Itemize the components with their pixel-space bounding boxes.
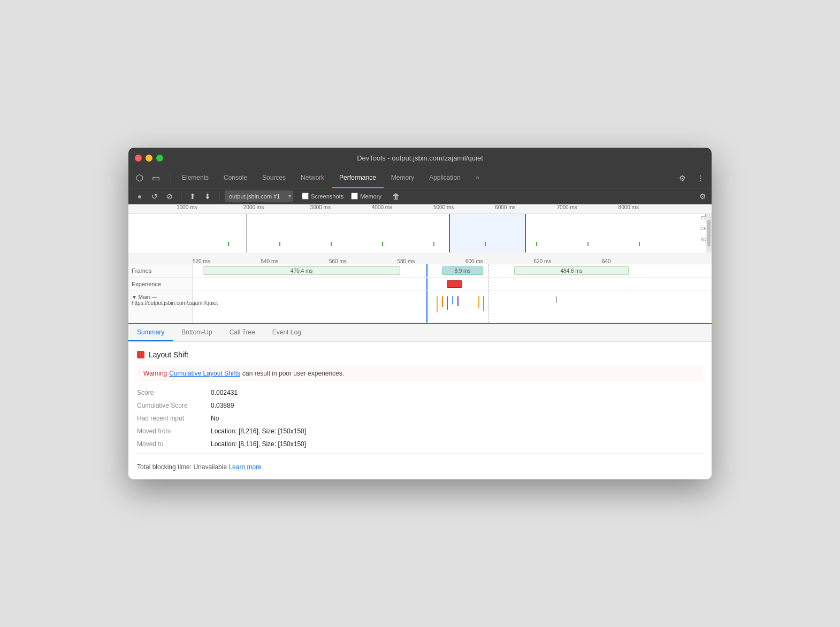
cumulative-label: Cumulative Score	[137, 402, 207, 409]
moved-to-label: Moved to	[137, 440, 207, 448]
frames-dashed-line	[488, 264, 489, 277]
traffic-lights	[135, 155, 163, 162]
frames-selection-line	[426, 264, 427, 277]
clear-button[interactable]: ⊘	[164, 190, 175, 202]
overview-track[interactable]: FPS CPU NET 90	[128, 214, 712, 253]
window-title: DevTools - output.jsbin.com/zajamil/quie…	[357, 154, 483, 162]
url-dropdown-wrapper: output.jsbin.com #1 ▾	[225, 190, 293, 202]
minimize-button[interactable]	[146, 155, 152, 162]
overview-scrollbar[interactable]	[706, 214, 712, 253]
devtools-window: DevTools - output.jsbin.com/zajamil/quie…	[128, 148, 712, 479]
tick-4	[382, 242, 383, 246]
exp-dashed-line	[488, 278, 489, 290]
summary-divider	[137, 453, 703, 454]
device-icon[interactable]: ▭	[149, 171, 163, 185]
record-button[interactable]: ●	[134, 190, 146, 202]
frame-block-2: 8.9 ms	[442, 266, 484, 275]
main-bar-5	[457, 296, 459, 306]
layout-shift-marker[interactable]	[447, 280, 462, 288]
total-blocking-row: Total blocking time: Unavailable Learn m…	[137, 459, 703, 471]
tab-bottom-up[interactable]: Bottom-Up	[173, 324, 220, 341]
experience-track[interactable]	[193, 278, 712, 290]
tab-application[interactable]: Application	[422, 168, 468, 188]
download-button[interactable]: ⬇	[202, 190, 213, 202]
warning-banner: Warning Cumulative Layout Shifts can res…	[137, 365, 703, 381]
reload-record-button[interactable]: ↺	[149, 190, 161, 202]
title-bar: DevTools - output.jsbin.com/zajamil/quie…	[128, 148, 712, 168]
tab-sources[interactable]: Sources	[255, 168, 293, 188]
exp-selection-line	[426, 278, 427, 290]
summary-content: Layout Shift Warning Cumulative Layout S…	[128, 342, 712, 479]
screenshots-checkbox[interactable]	[302, 193, 309, 200]
scrollbar-thumb[interactable]	[707, 220, 711, 247]
bottom-panel: Summary Bottom-Up Call Tree Event Log La…	[128, 324, 712, 479]
main-bar-3	[447, 296, 448, 310]
score-label: Score	[137, 389, 207, 396]
input-value: No	[211, 415, 219, 422]
detail-timeline: 520 ms 540 ms 560 ms 580 ms 600 ms 620 m…	[128, 253, 712, 324]
tab-summary[interactable]: Summary	[128, 324, 173, 341]
frame-block-1: 470.4 ms	[203, 266, 400, 275]
tab-performance[interactable]: Performance	[332, 168, 384, 188]
bottom-tabs: Summary Bottom-Up Call Tree Event Log	[128, 324, 712, 342]
layout-shift-icon	[137, 351, 144, 358]
ruler-mark-6000: 6000 ms	[495, 204, 515, 210]
tab-event-log[interactable]: Event Log	[264, 324, 310, 341]
tab-call-tree[interactable]: Call Tree	[221, 324, 264, 341]
overview-ruler: 1000 ms 2000 ms 3000 ms 4000 ms 5000 ms …	[128, 204, 712, 214]
upload-button[interactable]: ⬆	[187, 190, 198, 202]
warning-label: Warning	[143, 370, 167, 377]
memory-checkbox-label[interactable]: Memory	[351, 193, 381, 200]
capture-settings-icon[interactable]: ⚙	[699, 192, 706, 201]
main-track[interactable]	[193, 291, 712, 323]
detail-mark-520: 520 ms	[193, 258, 210, 264]
more-icon[interactable]: ⋮	[693, 172, 707, 185]
tick-1	[228, 242, 229, 246]
experience-row: Experience	[128, 278, 712, 291]
checkbox-group: Screenshots Memory 🗑	[302, 191, 403, 202]
tab-console[interactable]: Console	[216, 168, 255, 188]
detail-mark-620: 620 ms	[534, 258, 552, 264]
main-row: ▼ Main — https://output.jsbin.com/zajami…	[128, 291, 712, 323]
score-row: Score 0.002431	[137, 389, 703, 396]
settings-icon[interactable]: ⚙	[676, 172, 689, 185]
maximize-button[interactable]	[156, 155, 163, 162]
tab-more[interactable]: »	[468, 168, 487, 188]
tick-marks-area: FPS CPU NET 90	[177, 214, 690, 253]
tab-bar-tools: ⬡ ▭	[133, 171, 163, 185]
tab-memory[interactable]: Memory	[384, 168, 422, 188]
ruler-mark-1000: 1000 ms	[177, 204, 197, 210]
main-bar-1	[437, 296, 438, 312]
tick-8	[587, 242, 589, 246]
frames-row: Frames 470.4 ms 8.9 ms 484.6 ms	[128, 264, 712, 278]
url-select[interactable]: output.jsbin.com #1	[225, 190, 293, 202]
cls-link[interactable]: Cumulative Layout Shifts	[169, 370, 240, 377]
tab-separator	[171, 173, 171, 183]
ruler-mark-5000: 5000 ms	[433, 204, 454, 210]
input-label: Had recent input	[137, 415, 207, 422]
tab-network[interactable]: Network	[293, 168, 332, 188]
main-selection-line	[426, 291, 427, 323]
close-button[interactable]	[135, 155, 142, 162]
performance-toolbar: ● ↺ ⊘ ⬆ ⬇ output.jsbin.com #1 ▾ Screensh…	[128, 188, 712, 204]
playhead-line	[246, 214, 247, 253]
learn-more-link[interactable]: Learn more	[228, 463, 261, 471]
tick-5	[433, 242, 434, 246]
inspect-icon[interactable]: ⬡	[133, 171, 147, 185]
ruler-mark-3000: 3000 ms	[310, 204, 331, 210]
main-bar-7	[483, 296, 484, 311]
main-bar-8	[556, 296, 557, 303]
ruler-mark-8000: 8000 ms	[618, 204, 639, 210]
moved-from-value: Location: [8,216], Size: [150x150]	[211, 427, 306, 435]
screenshots-checkbox-label[interactable]: Screenshots	[302, 193, 343, 200]
main-bar-4	[452, 296, 453, 304]
memory-checkbox[interactable]	[351, 193, 358, 200]
selection-region[interactable]	[449, 214, 526, 253]
warning-rest-text: can result in poor user experiences.	[242, 370, 344, 377]
tab-elements[interactable]: Elements	[174, 168, 216, 188]
main-bar-2	[442, 296, 443, 307]
trash-icon[interactable]: 🗑	[389, 191, 403, 202]
ruler-mark-4000: 4000 ms	[372, 204, 392, 210]
overview-timeline: 1000 ms 2000 ms 3000 ms 4000 ms 5000 ms …	[128, 204, 712, 253]
frames-track[interactable]: 470.4 ms 8.9 ms 484.6 ms	[193, 264, 712, 277]
